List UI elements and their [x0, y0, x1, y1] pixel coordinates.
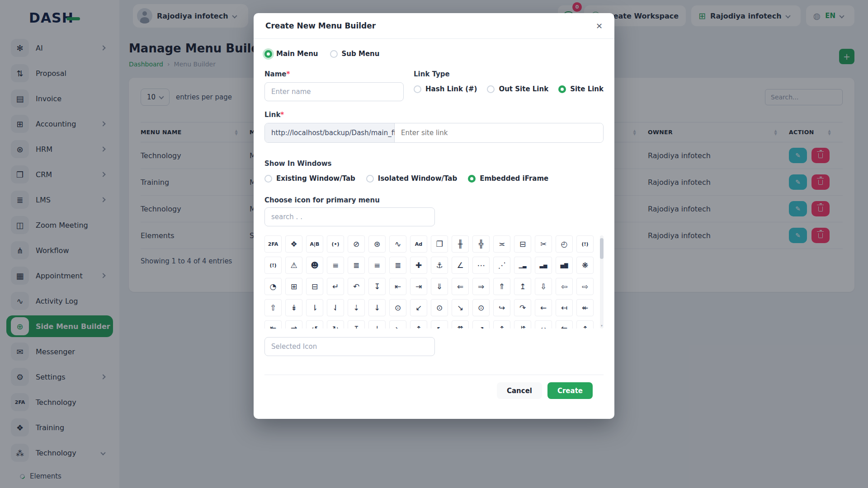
- icon-option[interactable]: ↧: [348, 320, 365, 328]
- name-input[interactable]: [264, 82, 404, 101]
- icon-option[interactable]: ╬: [472, 235, 490, 253]
- icon-option[interactable]: ↶: [348, 278, 365, 295]
- icon-option[interactable]: ✚: [410, 257, 427, 274]
- icon-option[interactable]: ╫: [452, 235, 469, 253]
- icon-search-input[interactable]: [264, 207, 435, 226]
- icon-option[interactable]: ⇃: [327, 299, 344, 316]
- icon-option[interactable]: ↘: [389, 320, 406, 328]
- radio-icon: [414, 85, 421, 93]
- site-link-input[interactable]: [395, 123, 603, 142]
- icon-option[interactable]: ↡: [285, 299, 302, 316]
- icon-option[interactable]: ⚠: [285, 257, 302, 274]
- icon-option[interactable]: ↘: [452, 299, 469, 316]
- icon-option[interactable]: ≣: [348, 257, 365, 274]
- icon-option[interactable]: ≣: [389, 257, 406, 274]
- icon-option[interactable]: (!): [264, 257, 282, 274]
- icon-option[interactable]: ↷: [514, 299, 531, 316]
- icon-option[interactable]: ⊙: [389, 299, 406, 316]
- icon-option[interactable]: ↥: [576, 320, 594, 328]
- icon-option[interactable]: ⇆: [556, 320, 573, 328]
- icon-option[interactable]: ◴: [556, 235, 573, 253]
- icon-option[interactable]: ⊘: [348, 235, 365, 253]
- icon-option[interactable]: ❐: [431, 235, 448, 253]
- icon-option[interactable]: ⇥: [410, 278, 427, 295]
- icon-option[interactable]: ↓: [368, 299, 386, 316]
- icon-option[interactable]: ✂: [535, 235, 552, 253]
- icon-option[interactable]: ⇑: [493, 278, 510, 295]
- icon-option[interactable]: ↺: [306, 320, 323, 328]
- icon-option[interactable]: ↞: [576, 299, 594, 316]
- icon-option[interactable]: ⊙: [431, 299, 448, 316]
- icon-option[interactable]: ↹: [264, 320, 282, 328]
- icon-option[interactable]: ⇣: [348, 299, 365, 316]
- radio-menu-level-main-menu[interactable]: Main Menu: [264, 50, 318, 58]
- icon-option[interactable]: ≍: [493, 235, 510, 253]
- icon-option[interactable]: ↔: [535, 320, 552, 328]
- icon-option[interactable]: ↓: [368, 320, 386, 328]
- icon-option[interactable]: ⚓: [431, 257, 448, 274]
- icon-option[interactable]: ←: [535, 299, 552, 316]
- icon-option[interactable]: ↤: [556, 299, 573, 316]
- icon-option[interactable]: ⇧: [264, 299, 282, 316]
- icon-option[interactable]: ⇨: [576, 278, 594, 295]
- icon-option[interactable]: ⊟: [514, 235, 531, 253]
- icon-option[interactable]: (•): [327, 235, 344, 253]
- icon-option[interactable]: ↗: [472, 320, 490, 328]
- scrollbar-down-arrow[interactable]: ▾: [600, 324, 604, 328]
- icon-option[interactable]: ☻: [306, 257, 323, 274]
- icon-option[interactable]: ▃▅: [535, 257, 552, 274]
- selected-icon-input[interactable]: [264, 337, 435, 356]
- icon-option[interactable]: ⊟: [306, 278, 323, 295]
- icon-option[interactable]: ◔: [264, 278, 282, 295]
- close-icon[interactable]: ✕: [596, 21, 603, 31]
- radio-icon: [330, 50, 338, 58]
- radio-link-type-out-site-link[interactable]: Out Site Link: [487, 85, 548, 93]
- icon-grid-wrap: 2FA❖A|B(•)⊘⊛∿Ad❐╫╬≍⊟✂◴(!)(!)⚠☻≡≣≡≣✚⚓∠⋯⋰▁…: [264, 235, 604, 328]
- icon-option[interactable]: ⇄: [285, 320, 302, 328]
- icon-option[interactable]: ∿: [389, 235, 406, 253]
- icon-option[interactable]: ≡: [368, 257, 386, 274]
- scrollbar-thumb[interactable]: [600, 238, 604, 259]
- icon-option[interactable]: ▁▃: [514, 257, 531, 274]
- icon-option[interactable]: ⇤: [389, 278, 406, 295]
- icon-option[interactable]: A|B: [306, 235, 323, 253]
- radio-show-in-existing-window-tab[interactable]: Existing Window/Tab: [264, 174, 355, 183]
- icon-option[interactable]: ≡: [327, 257, 344, 274]
- icon-option[interactable]: ∠: [452, 257, 469, 274]
- cancel-button[interactable]: Cancel: [497, 382, 542, 399]
- icon-option[interactable]: ⇂: [306, 299, 323, 316]
- icon-option[interactable]: ↖: [431, 320, 448, 328]
- icon-option[interactable]: Ad: [410, 235, 427, 253]
- icon-option[interactable]: ⋰: [493, 257, 510, 274]
- icon-option[interactable]: 2FA: [264, 235, 282, 253]
- icon-option[interactable]: ⊛: [368, 235, 386, 253]
- icon-option[interactable]: (!): [576, 235, 594, 253]
- radio-show-in-embedded-iframe[interactable]: Embedded iFrame: [468, 174, 548, 183]
- icon-option[interactable]: ⊙: [472, 299, 490, 316]
- icon-option[interactable]: ↙: [410, 299, 427, 316]
- icon-option[interactable]: ⇩: [535, 278, 552, 295]
- radio-link-type-hash-link[interactable]: Hash Link (#): [414, 85, 477, 93]
- icon-option[interactable]: ⇓: [431, 278, 448, 295]
- create-button[interactable]: Create: [547, 382, 593, 399]
- icon-option[interactable]: ↪: [493, 299, 510, 316]
- icon-option[interactable]: ↻: [327, 320, 344, 328]
- icon-option[interactable]: ⇵: [514, 320, 531, 328]
- radio-menu-level-sub-menu[interactable]: Sub Menu: [330, 50, 380, 58]
- icon-option[interactable]: ↵: [327, 278, 344, 295]
- icon-option[interactable]: ❖: [285, 235, 302, 253]
- icon-option[interactable]: ⇈: [452, 320, 469, 328]
- icon-option[interactable]: ↕: [493, 320, 510, 328]
- icon-option[interactable]: ▅▇: [556, 257, 573, 274]
- icon-option[interactable]: ↧: [368, 278, 386, 295]
- icon-option[interactable]: ↑: [410, 320, 427, 328]
- radio-link-type-site-link[interactable]: Site Link: [558, 85, 604, 93]
- icon-option[interactable]: ↥: [514, 278, 531, 295]
- radio-show-in-isolated-window-tab[interactable]: Isolated Window/Tab: [366, 174, 457, 183]
- icon-option[interactable]: ⇐: [452, 278, 469, 295]
- icon-option[interactable]: ⇦: [556, 278, 573, 295]
- icon-option[interactable]: ⋯: [472, 257, 490, 274]
- icon-option[interactable]: ⊞: [285, 278, 302, 295]
- icon-option[interactable]: ❋: [576, 257, 594, 274]
- icon-option[interactable]: ⇒: [472, 278, 490, 295]
